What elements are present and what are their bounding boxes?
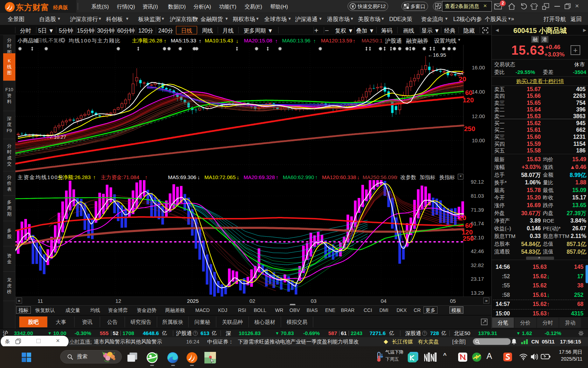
svg-text:250: 250 — [463, 235, 474, 242]
svg-text:16.00: 16.00 — [472, 64, 485, 70]
svg-text:250: 250 — [464, 125, 475, 132]
svg-text:13.29: 13.29 — [471, 290, 484, 296]
svg-text:←16.95: ←16.95 — [428, 52, 446, 58]
svg-text:42.46: 42.46 — [471, 248, 484, 254]
svg-text:61.74: 61.74 — [471, 220, 484, 226]
svg-text:92.12: 92.12 — [471, 180, 484, 185]
svg-text:81.03: 81.03 — [471, 193, 484, 199]
svg-text:120: 120 — [463, 96, 474, 104]
svg-text:23.17: 23.17 — [471, 276, 484, 282]
svg-text:14.00: 14.00 — [472, 89, 485, 95]
svg-text:20: 20 — [459, 214, 466, 222]
svg-text:60: 60 — [465, 89, 472, 96]
svg-text:20: 20 — [459, 75, 466, 83]
svg-text:32.82: 32.82 — [471, 262, 484, 268]
svg-text:71.39: 71.39 — [471, 207, 484, 213]
svg-text:10.00: 10.00 — [472, 137, 485, 143]
svg-text:12.00: 12.00 — [472, 113, 485, 119]
svg-text:60: 60 — [465, 222, 472, 229]
svg-text:←10.27: ←10.27 — [49, 134, 66, 140]
